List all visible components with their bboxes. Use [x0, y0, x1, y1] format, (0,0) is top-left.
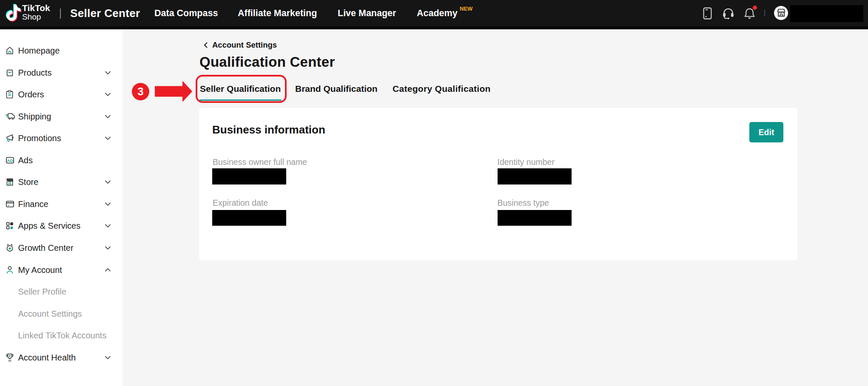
- svg-text:AD: AD: [7, 158, 13, 162]
